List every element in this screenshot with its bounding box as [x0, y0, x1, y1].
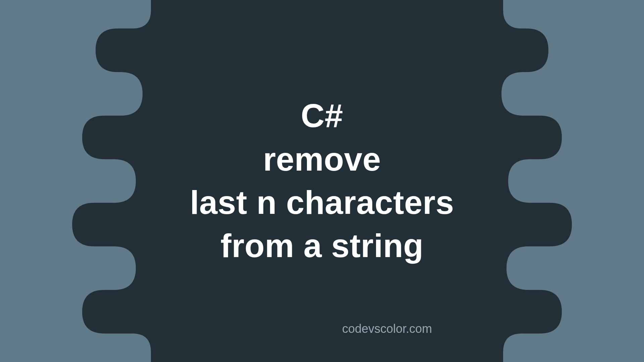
watermark-text: codevscolor.com	[342, 322, 432, 336]
title-line-1: C#	[190, 94, 454, 137]
title-line-4: from a string	[190, 224, 454, 267]
content-area: C# remove last n characters from a strin…	[0, 0, 644, 362]
title-line-3: last n characters	[190, 181, 454, 224]
title-heading: C# remove last n characters from a strin…	[190, 94, 454, 267]
title-line-2: remove	[190, 138, 454, 181]
